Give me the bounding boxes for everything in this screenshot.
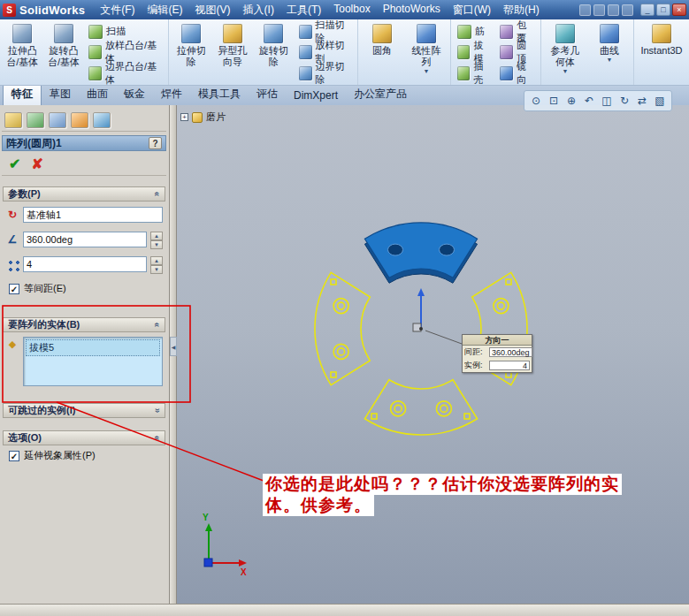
count-spinner[interactable]: ▲ ▼ — [150, 256, 163, 272]
extruded-cut-button[interactable]: 拉伸切 除 — [171, 20, 212, 84]
list-item[interactable]: 拔模5 — [26, 339, 160, 356]
window-buttons: _ □ × — [640, 4, 686, 16]
spinner-down-icon[interactable]: ▼ — [150, 240, 163, 249]
minimize-icon[interactable]: _ — [640, 4, 655, 16]
count-input[interactable]: 4 — [23, 256, 147, 272]
menubar: 文件(F) 编辑(E) 视图(V) 插入(I) 工具(T) Toolbox Ph… — [94, 0, 546, 20]
ok-button[interactable]: ✔ — [9, 156, 20, 172]
revolved-boss-button[interactable]: 旋转凸 台/基体 — [43, 20, 85, 84]
close-icon[interactable]: × — [672, 4, 686, 16]
chevron-down-icon[interactable]: ▼ — [563, 68, 569, 75]
part-icon — [192, 112, 203, 123]
zoom-area-icon[interactable]: ⊡ — [546, 93, 562, 109]
menu-toolbox[interactable]: Toolbox — [327, 0, 376, 20]
menu-view[interactable]: 视图(V) — [189, 0, 237, 20]
propagate-row: ✓ 延伸视象属性(P) — [9, 449, 96, 462]
flyout-feature-tree: + 磨片 — [180, 110, 226, 124]
propagate-checkbox[interactable]: ✓ — [9, 451, 19, 461]
bodies-selection-list[interactable]: 拔模5 — [23, 337, 163, 386]
menu-window[interactable]: 窗口(W) — [447, 0, 497, 20]
section-parameters[interactable]: 参数(P) « — [3, 186, 165, 202]
chevron-up-icon[interactable]: « — [153, 192, 163, 197]
menu-file[interactable]: 文件(F) — [94, 0, 141, 20]
command-manager-ribbon: 拉伸凸 台/基体 旋转凸 台/基体 扫描 放样凸台/基体 边界凸台/基体 — [0, 19, 689, 86]
tab-mold-tools[interactable]: 模具工具 — [190, 84, 249, 105]
hole-wizard-button[interactable]: 异型孔 向导 — [211, 20, 253, 84]
chevron-up-icon[interactable]: « — [153, 436, 163, 441]
fillet-button[interactable]: 圆角 — [360, 20, 404, 84]
boundary-boss-button[interactable]: 边界凸台/基体 — [84, 64, 165, 83]
open-icon[interactable] — [593, 4, 605, 16]
propagate-label: 延伸视象属性(P) — [24, 449, 96, 462]
menu-tools[interactable]: 工具(T) — [280, 0, 327, 20]
section-options[interactable]: 选项(O) « — [3, 430, 165, 445]
shell-button[interactable]: 抽壳 — [453, 64, 496, 83]
tab-surfaces[interactable]: 曲面 — [79, 84, 116, 105]
boundary-cut-button[interactable]: 边界切除 — [295, 64, 356, 83]
rotate-view-icon[interactable]: ↻ — [616, 93, 632, 109]
collapse-panel-icon[interactable]: ◀ — [170, 337, 177, 356]
mirror-button[interactable]: 镜向 — [495, 64, 539, 83]
graphics-viewport[interactable]: + 磨片 — [177, 105, 689, 604]
tab-sheet-metal[interactable]: 钣金 — [116, 84, 153, 105]
part-name[interactable]: 磨片 — [206, 110, 226, 124]
ribbon-group-instant3d: Instant3D — [634, 19, 689, 85]
propertymanager-icon[interactable] — [27, 112, 44, 128]
section-instances-to-skip[interactable]: 可跳过的实例(I) « — [3, 403, 165, 418]
displaymanager-icon[interactable] — [93, 112, 111, 128]
configurationmanager-icon[interactable] — [49, 112, 66, 128]
menu-photoworks[interactable]: PhotoWorks — [377, 0, 447, 20]
extruded-boss-button[interactable]: 拉伸凸 台/基体 — [2, 20, 43, 84]
new-icon[interactable] — [579, 4, 591, 16]
spinner-down-icon[interactable]: ▼ — [150, 265, 163, 274]
menu-edit[interactable]: 编辑(E) — [142, 0, 189, 20]
triad-x-label: X — [241, 567, 247, 577]
chevron-down-icon[interactable]: ▼ — [423, 68, 429, 75]
previous-view-icon[interactable]: ↶ — [581, 93, 597, 109]
axis-input[interactable]: 基准轴1 — [23, 207, 163, 223]
revolved-cut-button[interactable]: 旋转切 除 — [253, 20, 295, 84]
zoom-inout-icon[interactable]: ⊕ — [563, 93, 579, 109]
tab-sketch[interactable]: 草图 — [42, 84, 79, 105]
linear-pattern-button[interactable]: 线性阵 列 ▼ — [404, 20, 448, 84]
boundary-boss-icon — [88, 66, 102, 80]
help-button[interactable]: ? — [149, 137, 162, 149]
expander-plus-icon[interactable]: + — [180, 113, 188, 121]
panel-splitter[interactable]: ◀ — [170, 105, 177, 604]
section-view-icon[interactable]: ◫ — [599, 93, 615, 109]
print-icon[interactable] — [622, 4, 633, 16]
tab-evaluate[interactable]: 评估 — [249, 84, 286, 105]
solid-body-segment[interactable] — [364, 223, 477, 283]
angle-spinner[interactable]: ▲ ▼ — [150, 232, 163, 247]
dimxpertmanager-icon[interactable] — [71, 112, 88, 128]
spinner-up-icon[interactable]: ▲ — [150, 256, 163, 265]
chevron-down-icon[interactable]: « — [153, 408, 163, 414]
angle-input[interactable]: 360.00deg — [23, 232, 147, 247]
curves-button[interactable]: 曲线 ▼ — [587, 20, 632, 84]
cancel-button[interactable]: ✘ — [31, 156, 42, 172]
pan-icon[interactable]: ⇄ — [634, 93, 650, 109]
section-bodies[interactable]: 要阵列的实体(B) « — [3, 317, 165, 332]
display-style-icon[interactable]: ▧ — [652, 93, 668, 109]
ribbon-group-reference: 参考几 何体 ▼ 曲线 ▼ — [541, 19, 634, 85]
menu-insert[interactable]: 插入(I) — [237, 0, 280, 20]
reference-geometry-button[interactable]: 参考几 何体 ▼ — [543, 20, 587, 84]
spacing-value[interactable]: 360.00deg — [489, 347, 532, 357]
menu-help[interactable]: 帮助(H) — [497, 0, 546, 20]
equal-spacing-checkbox[interactable]: ✓ — [9, 284, 19, 294]
shell-icon — [457, 66, 471, 80]
spinner-up-icon[interactable]: ▲ — [150, 232, 163, 240]
save-icon[interactable] — [608, 4, 619, 16]
zoom-fit-icon[interactable]: ⊙ — [528, 93, 544, 109]
tab-dimxpert[interactable]: DimXpert — [286, 87, 346, 105]
tab-weldments[interactable]: 焊件 — [153, 84, 190, 105]
chevron-down-icon[interactable]: ▼ — [607, 57, 613, 64]
fillet-icon — [372, 24, 392, 43]
maximize-icon[interactable]: □ — [656, 4, 670, 16]
tab-features[interactable]: 特征 — [3, 83, 42, 105]
instant3d-button[interactable]: Instant3D — [636, 20, 687, 84]
featuremanager-tree-icon[interactable] — [4, 112, 22, 128]
tab-office-products[interactable]: 办公室产品 — [346, 84, 415, 105]
instances-value[interactable]: 4 — [489, 361, 530, 370]
chevron-up-icon[interactable]: « — [153, 323, 163, 328]
